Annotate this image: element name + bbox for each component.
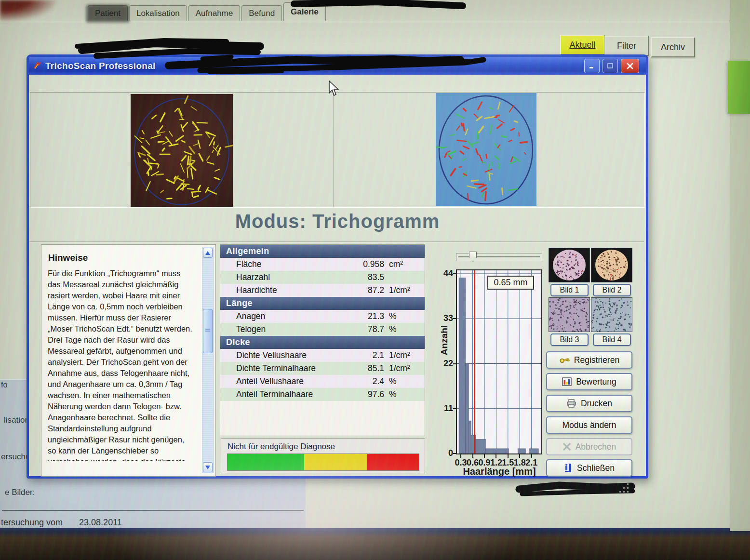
table-row: Anteil Terminalhaare97.6% [220,388,425,401]
histogram-bar [466,364,469,454]
bild-1-button[interactable]: Bild 1 [550,284,589,296]
thumbnail-bild-2[interactable] [591,248,632,282]
photo-corner-shadow [0,0,58,22]
row-value: 21.3 [349,311,384,321]
maximize-icon [607,63,614,69]
exam-date-row: tersuchung vom 23.08.2011 [1,518,122,528]
table-row: Haarzahl83.5 [220,271,425,284]
image-strip-divider [333,93,334,207]
hinweise-panel: Hinweise Für die Funktion „Trichogramm“ … [41,244,216,477]
abbrechen-button: Abbrechen [546,438,632,455]
y-tick-mark [453,273,456,274]
image-strip [30,92,645,208]
table-row: Anagen21.3% [220,310,425,323]
mouse-cursor [328,80,340,97]
screen-photo: PatientLokalisationAufnahmeBefundGalerie… [0,0,750,560]
y-tick-mark [453,453,456,454]
row-unit: % [384,324,425,334]
minimize-button[interactable] [584,59,600,73]
archiv-button[interactable]: Archiv [651,37,695,57]
thumbnail-bild-3[interactable] [549,297,590,332]
tab-befund[interactable]: Befund [241,5,282,21]
row-label: Fläche [220,259,349,269]
row-unit: 1/cm² [384,285,425,295]
y-tick-label: 22 [434,359,453,369]
tabstrip-divider [0,21,750,21]
bild-button-label: Bild 1 [560,286,579,294]
table-section-header: Dicke [220,336,425,349]
row-unit: % [384,311,425,321]
modus-ändern-button[interactable]: Modus ändern [546,416,632,434]
hinweise-scrollbar[interactable] [202,247,214,473]
thumbnail-bild-1[interactable] [549,248,590,282]
exam-date-label: tersuchung vom [1,518,63,528]
button-label: Schließen [577,463,615,473]
y-tick-mark [453,363,456,364]
table-row: Dichte Terminalhaare85.11/cm² [220,362,425,375]
dialog-client-area: Modus: Trichogramm Hinweise Für die Funk… [29,75,646,476]
row-label: Haardichte [220,285,349,295]
bgwin-label-info: fo [1,381,7,389]
drucken-button[interactable]: Drucken [546,395,632,412]
bild-button-label: Bild 2 [602,286,621,294]
scroll-down-button[interactable] [203,462,213,472]
bewertung-button[interactable]: Bewertung [546,373,632,390]
redaction-mark-top-edge [289,0,472,11]
bild-4-button[interactable]: Bild 4 [593,333,631,346]
table-row: Dichte Vellushaare2.11/cm² [220,349,425,362]
row-unit: % [384,376,425,387]
button-label: Drucken [581,399,612,409]
row-label: Anteil Vellushaare [220,376,349,387]
tab-aufnahme[interactable]: Aufnahme [188,5,241,21]
app-icon [33,61,42,70]
row-unit: 1/cm² [384,363,425,373]
x-tick-mark [484,454,485,458]
bild-2-button[interactable]: Bild 2 [593,284,631,296]
arrow-up-icon [205,251,210,255]
exam-date-value: 23.08.2011 [79,518,122,528]
monitor-bezel [0,528,750,560]
row-label: Dichte Terminalhaare [220,363,349,373]
scan-image-analyzed [436,93,536,206]
histogram-bar [518,449,525,453]
diag-red-segment [367,454,419,470]
histogram-bar [469,421,471,453]
y-tick-label: 11 [434,403,453,413]
scroll-thumb[interactable] [203,309,213,353]
bild-3-button[interactable]: Bild 3 [550,333,589,346]
row-value: 83.5 [349,272,384,282]
y-tick-mark [453,318,456,319]
arrow-down-icon [205,466,210,469]
results-table: AllgemeinFläche0.958cm²Haarzahl83.5Haard… [220,244,425,436]
schließen-button[interactable]: Schließen [546,459,632,477]
trichoscan-dialog: TrichoScan Professional [27,54,648,479]
bgwin-divider [2,510,304,511]
maximize-button[interactable] [603,59,618,73]
aktuell-button[interactable]: Aktuell [560,35,605,55]
table-section-header: Länge [220,297,425,310]
tab-patient[interactable]: Patient [88,5,128,21]
resize-grip[interactable] [617,480,631,495]
diagnosis-note: Nicht für endgültige Diagnose [228,442,425,452]
close-button[interactable] [621,59,639,73]
diagnosis-panel: Nicht für endgültige Diagnose [221,438,425,473]
scroll-up-button[interactable] [203,248,213,258]
sticky-note [728,61,750,114]
registrieren-button[interactable]: Registrieren [546,351,632,369]
row-value: 0.958 [349,259,384,269]
y-tick-label: 44 [434,268,453,279]
cancel-x-icon [562,443,571,451]
tab-label: Befund [249,9,275,18]
x-tick-mark [531,454,532,458]
thumbnail-bild-4[interactable] [591,297,632,332]
y-tick-mark [453,408,456,409]
histogram-bar [485,449,509,453]
tab-lokalisation[interactable]: Lokalisation [129,5,187,21]
x-tick-mark [460,454,461,458]
filter-button[interactable]: Filter [604,36,649,56]
row-label: Anteil Terminalhaare [220,389,349,400]
row-value: 87.2 [349,285,384,295]
length-slider-track[interactable] [456,253,542,261]
histogram-bar [476,439,485,453]
marker-tooltip: 0.65 mm [487,276,534,290]
